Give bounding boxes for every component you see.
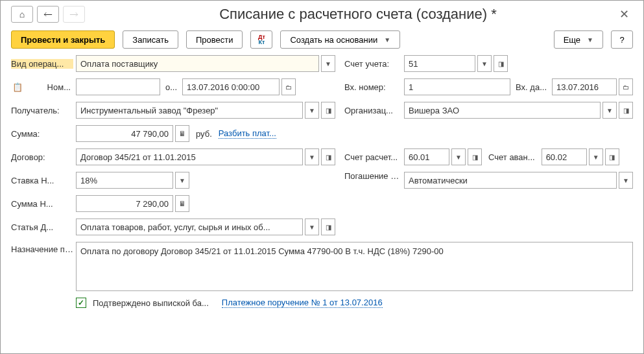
forward-button[interactable]: 🡒 <box>63 6 85 23</box>
dropdown-icon[interactable]: ▼ <box>477 55 492 72</box>
more-button[interactable]: Еще▼ <box>554 30 603 49</box>
operation-type-label: Вид операц... <box>11 59 73 69</box>
purpose-textarea[interactable]: Оплата по договору Договор 345/21 от 11.… <box>76 242 633 291</box>
payment-order-link[interactable]: Платежное поручение № 1 от 13.07.2016 <box>222 298 383 308</box>
in-date-label: Вх. да... <box>513 82 549 92</box>
vat-amount-label: Сумма Н... <box>11 199 73 209</box>
footer-row: ✓ Подтверждено выпиской ба... Платежное … <box>11 298 633 308</box>
settle-account-label: Счет расчет... <box>344 152 401 162</box>
toolbar: Провести и закрыть Записать Провести ДтК… <box>11 30 633 49</box>
number-label: Ном... <box>27 82 73 92</box>
back-button[interactable]: 🡐 <box>37 6 59 23</box>
open-icon[interactable]: ◨ <box>494 55 508 72</box>
debt-repayment-input[interactable]: Автоматически <box>404 172 617 189</box>
open-icon[interactable]: ◨ <box>321 148 335 165</box>
chevron-down-icon: ▼ <box>384 36 390 43</box>
amount-label: Сумма: <box>11 129 73 139</box>
operation-type-row: Вид операц... Оплата поставщику ▼ <box>11 55 335 72</box>
attach-icon[interactable]: 📋 <box>11 82 24 92</box>
cashflow-row: Статья Д... Оплата товаров, работ, услуг… <box>11 218 335 235</box>
date-input[interactable]: 13.07.2016 0:00:00 <box>182 78 280 95</box>
chevron-down-icon: ▼ <box>587 36 593 43</box>
contract-input[interactable]: Договор 345/21 от 11.01.2015 <box>76 148 303 165</box>
debt-repayment-row: Погашение задолженно... Автоматически ▼ <box>344 172 633 189</box>
number-date-row: 📋 Ном... о... 13.07.2016 0:00:00 🗀 <box>11 78 335 95</box>
create-based-button[interactable]: Создать на основании▼ <box>280 30 400 49</box>
confirmed-label: Подтверждено выпиской ба... <box>93 298 209 308</box>
dropdown-icon[interactable]: ▼ <box>619 172 633 189</box>
currency-label: руб. <box>196 129 212 139</box>
close-icon[interactable]: ✕ <box>615 7 633 21</box>
calculator-icon[interactable]: 🖩 <box>175 195 189 212</box>
debt-repayment-label: Погашение задолженно... <box>344 172 401 181</box>
contract-row: Договор: Договор 345/21 от 11.01.2015 ▼ … <box>11 148 335 165</box>
open-icon[interactable]: ◨ <box>468 148 482 165</box>
amount-input[interactable]: 47 790,00 <box>76 125 173 142</box>
cashflow-label: Статья Д... <box>11 222 73 232</box>
purpose-label: Назначение платежа: <box>11 242 73 255</box>
in-number-label: Вх. номер: <box>344 82 401 92</box>
window-title: Списание с расчетного счета (создание) * <box>101 6 615 23</box>
calendar-icon[interactable]: 🗀 <box>281 78 296 95</box>
dropdown-icon[interactable]: ▼ <box>305 148 319 165</box>
save-button[interactable]: Записать <box>123 30 178 49</box>
dropdown-icon[interactable]: ▼ <box>305 218 319 235</box>
settle-account-input[interactable]: 60.01 <box>404 148 449 165</box>
contract-label: Договор: <box>11 152 73 162</box>
calculator-icon[interactable]: 🖩 <box>175 125 189 142</box>
calendar-icon[interactable]: 🗀 <box>619 78 633 95</box>
titlebar: ⌂ 🡐 🡒 Списание с расчетного счета (созда… <box>11 6 633 23</box>
home-button[interactable]: ⌂ <box>11 6 33 23</box>
vat-amount-row: Сумма Н... 7 290,00 🖩 <box>11 195 335 212</box>
confirmed-checkbox[interactable]: ✓ <box>76 298 86 308</box>
vat-rate-row: Ставка Н... 18% ▼ <box>11 172 335 189</box>
in-date-input[interactable]: 13.07.2016 <box>552 78 617 95</box>
dropdown-icon[interactable]: ▼ <box>589 148 603 165</box>
open-icon[interactable]: ◨ <box>321 218 335 235</box>
help-button[interactable]: ? <box>611 30 633 49</box>
dtkt-icon: ДтКт <box>258 34 265 45</box>
vat-rate-input[interactable]: 18% <box>76 172 173 189</box>
operation-type-input[interactable]: Оплата поставщику <box>76 55 319 72</box>
advance-account-input[interactable]: 60.02 <box>542 148 587 165</box>
open-icon[interactable]: ◨ <box>321 102 335 119</box>
amount-row: Сумма: 47 790,00 🖩 руб. Разбить плат... <box>11 125 335 142</box>
account-input[interactable]: 51 <box>404 55 475 72</box>
dropdown-icon[interactable]: ▼ <box>451 148 466 165</box>
vat-rate-label: Ставка Н... <box>11 176 73 185</box>
organization-label: Организац... <box>344 106 401 115</box>
form-grid: Вид операц... Оплата поставщику ▼ Счет у… <box>11 55 633 308</box>
from-label: о... <box>163 82 180 92</box>
open-icon[interactable]: ◨ <box>605 148 619 165</box>
post-and-close-button[interactable]: Провести и закрыть <box>11 30 115 49</box>
recipient-label: Получатель: <box>11 106 73 115</box>
recipient-row: Получатель: Инструментальный завод "Фрез… <box>11 102 335 119</box>
number-input[interactable] <box>76 78 160 95</box>
recipient-input[interactable]: Инструментальный завод "Фрезер" <box>76 102 303 119</box>
dropdown-icon[interactable]: ▼ <box>602 102 617 119</box>
dtkt-button[interactable]: ДтКт <box>250 30 272 49</box>
in-number-row: Вх. номер: 1 Вх. да... 13.07.2016 🗀 <box>344 78 633 95</box>
in-number-input[interactable]: 1 <box>404 78 510 95</box>
account-row: Счет учета: 51 ▼ ◨ <box>344 55 633 72</box>
vat-amount-input[interactable]: 7 290,00 <box>76 195 173 212</box>
dropdown-icon[interactable]: ▼ <box>305 102 319 119</box>
document-window: ⌂ 🡐 🡒 Списание с расчетного счета (созда… <box>0 0 644 354</box>
organization-row: Организац... Вишера ЗАО ▼ ◨ <box>344 102 633 119</box>
dropdown-icon[interactable]: ▼ <box>175 172 189 189</box>
settle-accounts-row: Счет расчет... 60.01 ▼ ◨ Счет аван... 60… <box>344 148 633 165</box>
dropdown-icon[interactable]: ▼ <box>321 55 335 72</box>
purpose-row: Назначение платежа: Оплата по договору Д… <box>11 242 633 291</box>
advance-account-label: Счет аван... <box>484 152 539 162</box>
post-button[interactable]: Провести <box>186 30 243 49</box>
account-label: Счет учета: <box>344 59 401 69</box>
cashflow-input[interactable]: Оплата товаров, работ, услуг, сырья и ин… <box>76 218 303 235</box>
split-payment-link[interactable]: Разбить плат... <box>219 128 276 139</box>
organization-input[interactable]: Вишера ЗАО <box>404 102 601 119</box>
open-icon[interactable]: ◨ <box>619 102 633 119</box>
